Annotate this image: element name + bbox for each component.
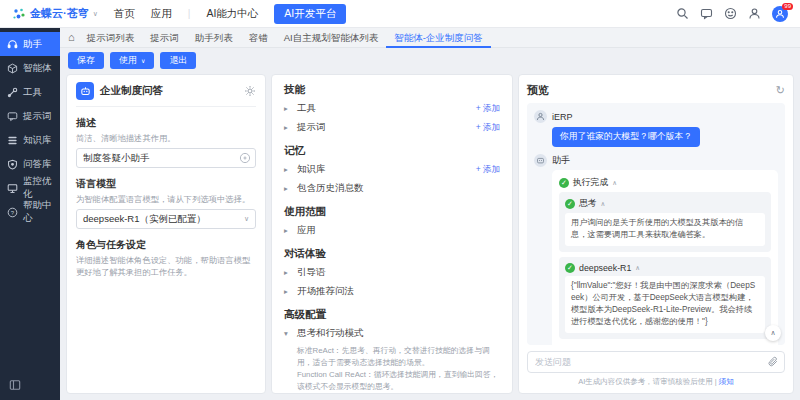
nav-home[interactable]: 首页 (114, 7, 135, 21)
assistant-message-card: ✓ 执行完成 ∧ ✓ 思考 ∧ 用户询问的是关于所使用的大模型及其 (552, 170, 778, 345)
chat-bubble-icon (7, 111, 18, 122)
brand-logo[interactable]: 金蝶云·苍穹 ∨ (12, 6, 98, 21)
chat-input[interactable] (527, 351, 785, 373)
tab-agent-qa-active[interactable]: 智能体-企业制度问答 (386, 28, 491, 48)
sidebar-item-prompts[interactable]: 提示词 (0, 104, 60, 128)
config-row-mode[interactable]: ▾ 思考和行动模式 (284, 324, 500, 343)
caret-right-icon[interactable]: ▸ (284, 165, 291, 174)
add-tool-link[interactable]: + 添加 (476, 103, 500, 115)
caret-right-icon[interactable]: ▸ (284, 104, 291, 113)
add-label: 添加 (483, 122, 500, 132)
plus-icon: + (476, 103, 481, 113)
sidebar-item-help[interactable]: ? 帮助中心 (0, 200, 60, 224)
think-text: 用户询问的是关于所使用的大模型及其版本的信息，这需要调用工具来获取准确答案。 (565, 213, 765, 246)
section-scope: 使用范围 (284, 205, 500, 219)
refresh-icon[interactable]: ↻ (776, 85, 785, 96)
cube-icon (7, 63, 18, 74)
person-icon (536, 112, 545, 121)
nav-ai-center[interactable]: AI能力中心 (206, 7, 258, 21)
collapse-panel-icon (9, 379, 21, 391)
robot-icon (80, 86, 91, 97)
model-hint: 为智能体配置语言模型，请从下列选项中选择。 (76, 193, 256, 205)
settings-gear-icon[interactable] (244, 85, 256, 97)
action-toolbar: 保存 使用∨ 退出 (60, 48, 800, 71)
attachment-clip-icon[interactable] (767, 356, 779, 368)
model-label: 语言模型 (76, 177, 256, 191)
disclaimer-text: AI生成内容仅供参考，请审慎核验后使用 (578, 377, 713, 386)
sidebar-item-knowledge[interactable]: 知识库 (0, 128, 60, 152)
model-select[interactable]: deepseek-R1（实例已配置） ∨ (76, 209, 256, 229)
row-label: 提示词 (297, 121, 326, 134)
tab-agent-plan-list[interactable]: AI自主规划智能体列表 (276, 28, 386, 48)
config-row-app[interactable]: ▸ 应用 (284, 221, 500, 240)
fold-up-icon[interactable]: ∧ (635, 264, 640, 272)
use-button[interactable]: 使用∨ (110, 52, 154, 69)
sidebar-item-tools[interactable]: 工具 (0, 80, 60, 104)
home-icon[interactable]: ⌂ (68, 32, 75, 43)
nav-ai-platform[interactable]: AI开发平台 (274, 4, 346, 24)
sidebar-item-monitoring[interactable]: 监控优化 (0, 176, 60, 200)
help-smiley-icon[interactable] (724, 7, 737, 20)
agent-config-panel: 技能 ▸ 工具 + 添加 ▸ 提示词 + 添加 记忆 ▸ 知识库 (271, 74, 513, 394)
add-knowledge-link[interactable]: + 添加 (476, 164, 500, 176)
brand-name: 金蝶云·苍穹 (30, 6, 89, 21)
config-row-history[interactable]: ▸ 包含历史消息数 (284, 179, 500, 198)
scroll-to-bottom-button[interactable]: ∧ (765, 325, 781, 341)
user-icon[interactable] (748, 7, 761, 20)
sidebar-item-label: 工具 (23, 86, 42, 99)
save-button[interactable]: 保存 (68, 52, 104, 69)
search-icon[interactable] (676, 7, 689, 20)
sidebar-collapse-button[interactable] (0, 372, 60, 400)
agent-settings-panel: 企业制度问答 描述 简洁、清晰地描述其作用。 语言模型 为智能体配置语言模型，请… (66, 74, 266, 394)
add-prompt-link[interactable]: + 添加 (476, 122, 500, 134)
sidebar-item-label: 提示词 (23, 110, 52, 123)
message-icon[interactable] (700, 7, 713, 20)
assistant-name: 助手 (552, 154, 570, 167)
caret-down-icon[interactable]: ▾ (284, 329, 291, 338)
notice-link[interactable]: 须知 (719, 377, 734, 386)
caret-right-icon[interactable]: ▸ (284, 268, 291, 277)
caret-right-icon[interactable]: ▸ (284, 123, 291, 132)
sidebar-item-agent[interactable]: 智能体 (0, 56, 60, 80)
app-window: 金蝶云·苍穹 ∨ 首页 应用 | AI能力中心 AI开发平台 (0, 0, 800, 400)
section-chat-experience: 对话体验 (284, 247, 500, 261)
model-result-text: {"llmValue":"您好！我是由中国的深度求索（DeepSeek）公司开发… (565, 276, 765, 333)
tab-fault[interactable]: 容错 (241, 28, 276, 48)
tab-assistant-list[interactable]: 助手列表 (187, 28, 241, 48)
step-label: 思考 (579, 198, 597, 210)
notification-badge: 99 (782, 3, 793, 10)
sidebar-item-qa[interactable]: 问答库 (0, 152, 60, 176)
sidebar-item-label: 智能体 (23, 62, 52, 75)
check-icon: ✓ (559, 178, 569, 188)
nav-apps[interactable]: 应用 (151, 7, 172, 21)
config-row-prompts[interactable]: ▸ 提示词 + 添加 (284, 118, 500, 137)
config-row-guide[interactable]: ▸ 引导语 (284, 263, 500, 282)
sidebar-item-assistant[interactable]: 助手 (0, 32, 60, 56)
step-think: ✓ 思考 ∧ (565, 198, 765, 210)
add-label: 添加 (483, 103, 500, 113)
config-row-tools[interactable]: ▸ 工具 + 添加 (284, 99, 500, 118)
caret-right-icon[interactable]: ▸ (284, 287, 291, 296)
question-circle-icon: ? (7, 207, 18, 218)
row-label: 应用 (297, 224, 316, 237)
desc-label: 描述 (76, 116, 256, 130)
caret-right-icon[interactable]: ▸ (284, 184, 291, 193)
agent-avatar-icon (76, 82, 94, 100)
caret-right-icon[interactable]: ▸ (284, 226, 291, 235)
fold-up-icon[interactable]: ∧ (612, 179, 617, 187)
plus-icon: + (476, 164, 481, 174)
chevron-down-icon: ∨ (244, 215, 249, 223)
sidebar-item-label: 问答库 (23, 158, 52, 171)
desc-hint: 简洁、清晰地描述其作用。 (76, 132, 256, 144)
ai-magic-icon[interactable] (239, 152, 251, 164)
chat-area: iERP 你用了谁家的大模型？哪个版本？ 助手 ✓ (527, 103, 785, 345)
config-row-knowledge[interactable]: ▸ 知识库 + 添加 (284, 160, 500, 179)
exit-button[interactable]: 退出 (160, 52, 196, 69)
config-row-opening[interactable]: ▸ 开场推荐问法 (284, 282, 500, 301)
desc-input[interactable] (76, 148, 256, 168)
user-avatar[interactable]: 99 (772, 6, 788, 22)
fold-up-icon[interactable]: ∧ (601, 200, 606, 208)
tab-prompt[interactable]: 提示词 (142, 28, 187, 48)
tab-prompt-list[interactable]: 提示词列表 (79, 28, 143, 48)
top-navbar: 金蝶云·苍穹 ∨ 首页 应用 | AI能力中心 AI开发平台 (0, 0, 800, 28)
